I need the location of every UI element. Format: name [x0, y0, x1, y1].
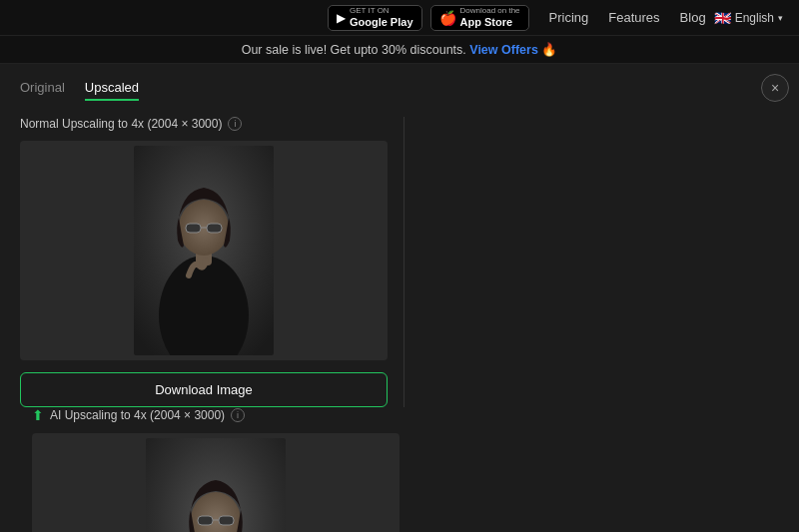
panel-normal-title: Normal Upscaling to 4x (2004 × 3000) i: [20, 117, 388, 131]
close-button[interactable]: ×: [761, 74, 789, 102]
panel-ai: ⬆ AI Upscaling to 4x (2004 × 3000) i: [20, 407, 400, 532]
nav-features[interactable]: Features: [608, 10, 659, 25]
view-offers-link[interactable]: View Offers: [469, 43, 538, 57]
banner-text: Our sale is live! Get upto 30% discounts…: [242, 43, 466, 57]
normal-info-icon[interactable]: i: [228, 117, 242, 131]
svg-rect-5: [207, 224, 222, 233]
google-play-icon: ▶: [337, 11, 346, 25]
flag-icon: 🇬🇧: [714, 10, 731, 26]
ai-image: [146, 438, 286, 532]
apple-icon: 🍎: [439, 10, 456, 26]
ai-upscale-icon: ⬆: [32, 407, 44, 423]
ai-info-icon[interactable]: i: [231, 408, 245, 422]
svg-rect-4: [186, 224, 201, 233]
tab-original[interactable]: Original: [20, 80, 65, 101]
google-play-text: GET IT ON Google Play: [350, 6, 413, 29]
fire-icon: 🔥: [541, 43, 557, 57]
nav-blog[interactable]: Blog: [680, 10, 706, 25]
normal-title-text: Normal Upscaling to 4x (2004 × 3000): [20, 117, 222, 131]
svg-rect-12: [219, 516, 234, 525]
top-navbar: ▶ GET IT ON Google Play 🍎 Download on th…: [0, 0, 799, 36]
sale-banner: Our sale is live! Get upto 30% discounts…: [0, 36, 799, 64]
normal-image-container: [20, 141, 388, 360]
tabs: Original Upscaled: [20, 80, 779, 101]
google-play-badge[interactable]: ▶ GET IT ON Google Play: [328, 5, 422, 31]
nav-pricing[interactable]: Pricing: [549, 10, 589, 25]
app-store-badge[interactable]: 🍎 Download on the App Store: [430, 5, 529, 31]
nav-links: Pricing Features Blog: [549, 10, 706, 25]
panel-ai-title: ⬆ AI Upscaling to 4x (2004 × 3000) i: [32, 407, 400, 423]
language-selector[interactable]: 🇬🇧 English ▾: [714, 10, 783, 26]
lang-label: English: [735, 11, 774, 25]
tab-upscaled[interactable]: Upscaled: [85, 80, 139, 101]
panel-normal: Normal Upscaling to 4x (2004 × 3000) i: [20, 117, 400, 407]
download-normal-button[interactable]: Download Image: [20, 372, 388, 407]
ai-title-text: AI Upscaling to 4x (2004 × 3000): [50, 408, 225, 422]
comparison-grid: Normal Upscaling to 4x (2004 × 3000) i: [20, 117, 779, 532]
app-store-text: Download on the App Store: [460, 6, 520, 29]
panel-divider: [403, 117, 404, 407]
main-content: × Original Upscaled Normal Upscaling to …: [0, 64, 799, 532]
chevron-down-icon: ▾: [778, 13, 783, 23]
svg-rect-11: [198, 516, 213, 525]
normal-image: [134, 146, 274, 355]
ai-image-container: [32, 433, 400, 532]
